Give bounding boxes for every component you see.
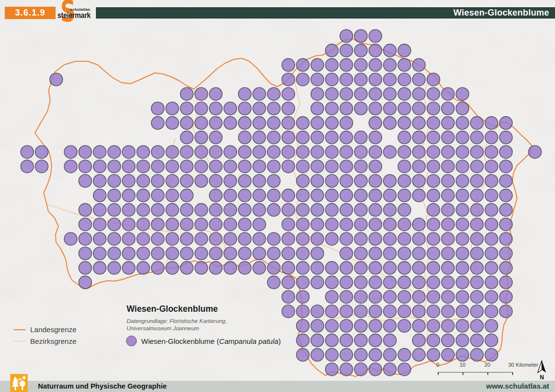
occurrence-dot bbox=[427, 175, 440, 187]
occurrence-dot bbox=[427, 218, 440, 231]
occurrence-dot bbox=[485, 232, 498, 245]
occurrence-dot bbox=[485, 305, 498, 318]
occurrence-dot bbox=[325, 160, 338, 173]
occurrence-dot bbox=[325, 73, 338, 86]
occurrence-dot bbox=[311, 160, 324, 173]
occurrence-dot bbox=[369, 44, 382, 57]
occurrence-dot bbox=[311, 203, 324, 216]
occurrence-dot bbox=[500, 290, 512, 303]
occurrence-dot bbox=[340, 88, 352, 100]
occurrence-dot bbox=[340, 160, 352, 173]
occurrence-dot bbox=[311, 276, 324, 288]
occurrence-dot bbox=[209, 117, 222, 129]
occurrence-dot bbox=[354, 247, 367, 260]
occurrence-dot bbox=[456, 189, 469, 202]
occurrence-dot bbox=[369, 203, 382, 216]
occurrence-dot bbox=[470, 160, 483, 173]
occurrence-dot bbox=[500, 145, 512, 158]
occurrence-dot bbox=[239, 247, 251, 260]
occurrence-dot bbox=[369, 73, 382, 86]
occurrence-dot bbox=[470, 247, 483, 260]
occurrence-dot bbox=[267, 203, 280, 216]
legend-source-line1: Datengrundlage: Floristische Kartierung, bbox=[127, 318, 227, 324]
occurrence-dot bbox=[384, 175, 396, 187]
occurrence-dot bbox=[340, 189, 352, 202]
occurrence-dot bbox=[195, 145, 207, 158]
occurrence-dot bbox=[442, 102, 454, 115]
occurrence-dot bbox=[442, 218, 454, 231]
occurrence-dot bbox=[384, 232, 396, 245]
chapter-code-badge: 3.6.1.9 bbox=[5, 7, 56, 19]
occurrence-dot bbox=[195, 175, 207, 187]
occurrence-dot bbox=[180, 117, 193, 129]
occurrence-dot bbox=[384, 320, 396, 332]
occurrence-dot bbox=[470, 117, 483, 129]
occurrence-dot bbox=[456, 320, 469, 332]
occurrence-dot bbox=[325, 175, 338, 187]
occurrence-dot bbox=[239, 88, 251, 100]
occurrence-dot bbox=[427, 348, 440, 361]
occurrence-dot bbox=[151, 203, 164, 216]
occurrence-dot bbox=[384, 262, 396, 274]
occurrence-dot bbox=[340, 44, 352, 57]
legend-item-prefix: Wiesen-Glockenblume ( bbox=[141, 337, 219, 345]
occurrence-dot bbox=[340, 117, 352, 129]
occurrence-dot bbox=[224, 262, 237, 274]
occurrence-dot bbox=[442, 334, 454, 347]
occurrence-dot bbox=[253, 160, 265, 173]
occurrence-dot bbox=[325, 131, 338, 143]
occurrence-dot bbox=[166, 117, 179, 129]
occurrence-dot bbox=[79, 203, 92, 216]
occurrence-dot bbox=[485, 348, 498, 361]
occurrence-dot bbox=[500, 247, 512, 260]
occurrence-dot bbox=[282, 189, 295, 202]
bezirksgrenze-swatch bbox=[14, 341, 26, 341]
occurrence-dot bbox=[224, 203, 237, 216]
occurrence-dot bbox=[369, 363, 382, 375]
occurrence-dot bbox=[180, 131, 193, 143]
occurrence-dot bbox=[253, 102, 265, 115]
occurrence-dot bbox=[93, 145, 106, 158]
occurrence-dot bbox=[180, 160, 193, 173]
occurrence-dot bbox=[384, 290, 396, 303]
occurrence-dot bbox=[398, 160, 410, 173]
occurrence-dot bbox=[296, 348, 309, 361]
occurrence-dot bbox=[195, 88, 207, 100]
occurrence-dot bbox=[282, 262, 295, 274]
occurrence-dot bbox=[384, 189, 396, 202]
occurrence-dot bbox=[267, 247, 280, 260]
bezirksgrenze-label: Bezirksgrenze bbox=[30, 337, 76, 345]
occurrence-dot bbox=[180, 218, 193, 231]
occurrence-dot bbox=[398, 247, 410, 260]
occurrence-dot bbox=[500, 276, 512, 288]
occurrence-dot bbox=[369, 218, 382, 231]
occurrence-dot bbox=[369, 58, 382, 71]
occurrence-dot bbox=[485, 320, 498, 332]
scale-bar: 0 10 20 30 Kilometer bbox=[434, 362, 521, 376]
occurrence-dot bbox=[253, 131, 265, 143]
occurrence-dot bbox=[267, 145, 280, 158]
occurrence-dot bbox=[412, 73, 425, 86]
occurrence-dot bbox=[456, 334, 469, 347]
occurrence-dot bbox=[340, 363, 352, 375]
occurrence-dot bbox=[239, 160, 251, 173]
occurrence-dot bbox=[35, 145, 48, 158]
occurrence-dot bbox=[470, 305, 483, 318]
occurrence-dot bbox=[340, 232, 352, 245]
occurrence-dot bbox=[239, 262, 251, 274]
occurrence-dot bbox=[195, 131, 207, 143]
occurrence-dot bbox=[239, 203, 251, 216]
occurrence-dot bbox=[369, 189, 382, 202]
occurrence-dot bbox=[354, 334, 367, 347]
occurrence-dot bbox=[442, 117, 454, 129]
website-url: www.schulatlas.at bbox=[486, 382, 550, 390]
occurrence-dot bbox=[354, 145, 367, 158]
occurrence-dot bbox=[398, 175, 410, 187]
occurrence-dot bbox=[369, 348, 382, 361]
occurrence-dot bbox=[485, 175, 498, 187]
occurrence-dot bbox=[108, 145, 120, 158]
occurrence-dot bbox=[137, 145, 149, 158]
occurrence-dot bbox=[166, 247, 179, 260]
occurrence-dot bbox=[427, 320, 440, 332]
occurrence-dot bbox=[311, 131, 324, 143]
